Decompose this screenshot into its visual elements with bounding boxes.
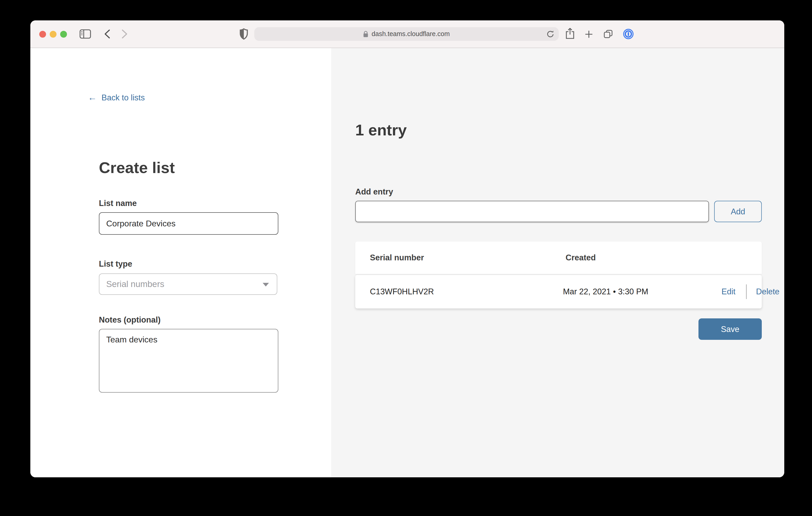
sidebar-toggle-icon[interactable] (80, 29, 91, 39)
browser-window: dash.teams.cloudflare.com (30, 20, 784, 477)
new-tab-icon[interactable] (585, 30, 593, 38)
table-row: C13WF0HLHV2R Mar 22, 2021 • 3:30 PM Edit… (355, 275, 762, 308)
back-arrow-icon: ← (88, 93, 97, 103)
add-button[interactable]: Add (714, 201, 762, 222)
onepassword-extension-icon[interactable] (623, 29, 634, 39)
save-button[interactable]: Save (698, 318, 762, 340)
browser-toolbar: dash.teams.cloudflare.com (30, 20, 784, 48)
close-window-button[interactable] (39, 31, 46, 38)
list-type-value: Serial numbers (106, 279, 164, 289)
screenshot-stage: dash.teams.cloudflare.com (0, 0, 812, 516)
back-to-lists-label: Back to lists (102, 93, 145, 102)
notes-textarea[interactable]: Team devices (99, 329, 278, 393)
page-title: Create list (99, 159, 175, 177)
serial-number-cell: C13WF0HLHV2R (370, 275, 434, 308)
lock-icon (364, 31, 369, 37)
chevron-down-icon (263, 283, 269, 286)
back-to-lists-link[interactable]: ← Back to lists (88, 93, 145, 103)
edit-link[interactable]: Edit (722, 275, 735, 308)
share-icon[interactable] (566, 28, 575, 39)
list-name-input[interactable] (99, 212, 278, 235)
url-bar[interactable]: dash.teams.cloudflare.com (254, 27, 559, 41)
entries-table-header: Serial number Created (355, 242, 762, 274)
list-type-select[interactable]: Serial numbers (99, 273, 277, 295)
tab-overview-icon[interactable] (604, 30, 613, 38)
create-list-panel: ← Back to lists Create list List name Li… (30, 48, 331, 477)
add-entry-label: Add entry (355, 187, 393, 196)
add-entry-input[interactable] (355, 201, 709, 222)
forward-icon[interactable] (121, 29, 128, 39)
created-column-header: Created (566, 242, 596, 274)
back-icon[interactable] (104, 29, 110, 39)
entries-panel: 1 entry Add entry Add Serial number Crea… (331, 48, 784, 477)
privacy-shield-icon[interactable] (240, 28, 248, 40)
url-text: dash.teams.cloudflare.com (372, 30, 450, 38)
created-cell: Mar 22, 2021 • 3:30 PM (563, 275, 648, 308)
notes-label: Notes (optional) (99, 315, 161, 325)
serial-number-column-header: Serial number (370, 242, 424, 274)
action-divider (746, 284, 747, 299)
minimize-window-button[interactable] (50, 31, 57, 38)
zoom-window-button[interactable] (60, 31, 67, 38)
reload-icon[interactable] (546, 30, 555, 38)
entries-heading: 1 entry (355, 121, 407, 139)
delete-link[interactable]: Delete (756, 275, 780, 308)
list-name-label: List name (99, 199, 137, 208)
list-type-label: List type (99, 259, 132, 269)
